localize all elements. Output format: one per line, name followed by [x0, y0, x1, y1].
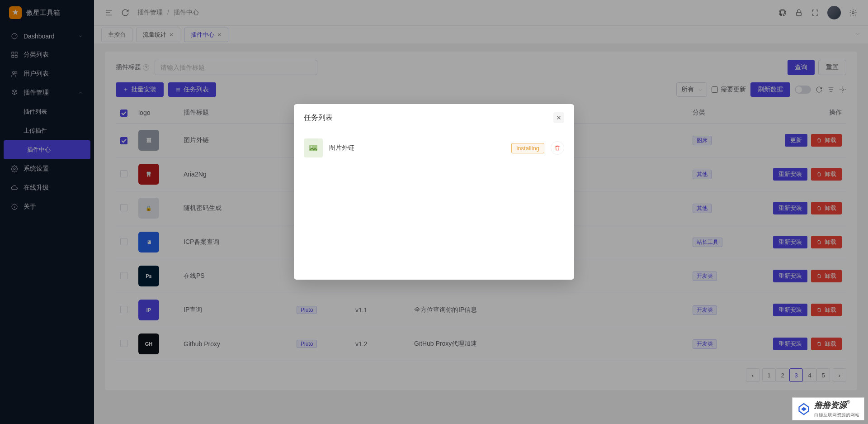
modal-close-button[interactable]	[553, 112, 564, 123]
watermark: 撸撸资源 ® 白嫖互联网资源的网站	[792, 397, 864, 420]
watermark-title: 撸撸资源	[814, 400, 847, 410]
task-list-modal: 任务列表 图片外链 installing	[294, 104, 574, 280]
task-name: 图片外链	[329, 144, 505, 152]
task-row: 图片外链 installing	[304, 134, 564, 162]
watermark-subtitle: 白嫖互联网资源的网站	[814, 412, 859, 417]
task-thumbnail	[304, 138, 323, 157]
modal-title: 任务列表	[304, 113, 333, 123]
task-status-badge: installing	[511, 143, 544, 153]
svg-rect-12	[309, 145, 317, 151]
modal-overlay[interactable]: 任务列表 图片外链 installing	[0, 0, 868, 424]
watermark-logo-icon	[797, 402, 811, 416]
task-delete-button[interactable]	[551, 141, 564, 155]
watermark-reg: ®	[847, 400, 850, 405]
